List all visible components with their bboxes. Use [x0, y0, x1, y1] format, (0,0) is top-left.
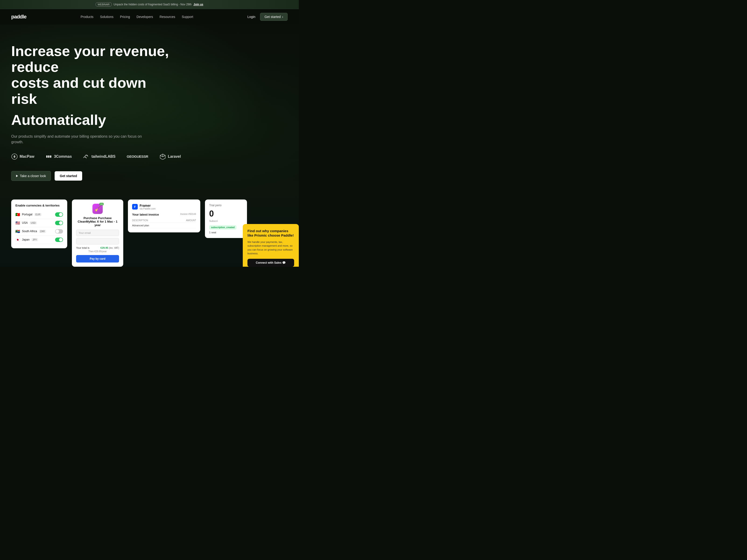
hero-description: Our products simplify and automate your … [11, 134, 142, 145]
cards-section: Enable currencies & territories 🇵🇹 Portu… [0, 190, 299, 267]
svg-line-6 [160, 155, 163, 157]
announcement-bar: WEBINAR Unpack the hidden costs of fragm… [0, 0, 299, 9]
zar-badge: ZAR [39, 230, 46, 233]
flag-portugal: 🇵🇹 [16, 213, 20, 216]
take-closer-look-button[interactable]: Take a closer look [11, 171, 51, 181]
logo-tailwind: tailwindLABS [83, 153, 115, 160]
logo-3commas: 3Commas [46, 153, 72, 160]
nav-support[interactable]: Support [182, 15, 193, 19]
purchase-title: Purchase Purchase CleanMyMac X for 1 Mac… [76, 216, 119, 227]
get-started-nav-button[interactable]: Get started › [260, 13, 288, 21]
announcement-text: Unpack the hidden costs of fragmented Sa… [114, 3, 192, 6]
nav-right: Login Get started › [248, 13, 288, 21]
email-field[interactable]: Your email [76, 230, 119, 236]
framer-logo: F [132, 204, 138, 210]
logo[interactable]: paddle [11, 14, 26, 20]
seat-info: 1 seat [209, 231, 243, 234]
invoice-title-col: Framer via Paddle.com [139, 204, 155, 210]
usd-badge: USD [30, 221, 37, 224]
login-button[interactable]: Login [248, 15, 255, 19]
currency-row-southafrica: 🇿🇦 South Africa ZAR [16, 227, 63, 236]
then-text: Then €29.95/year [76, 250, 119, 253]
flag-japan: 🇯🇵 [16, 238, 20, 241]
event-badge: subscription_created [209, 225, 236, 230]
arrow-right-icon: › [282, 15, 283, 19]
invoice-table: DESCRIPTION AMOUNT Advanced plan [132, 218, 196, 228]
country-japan: Japan [22, 238, 30, 241]
pay-by-card-button[interactable]: Pay by card [76, 255, 119, 263]
product-icon: 🧹 1m [93, 204, 103, 214]
flag-usa: 🇺🇸 [16, 221, 20, 224]
eur-badge: EUR [34, 213, 42, 216]
toggle-usa[interactable] [55, 221, 63, 225]
trial-sub: Subscri [209, 219, 243, 222]
nav-developers[interactable]: Developers [136, 15, 153, 19]
country-southafrica: South Africa [22, 230, 37, 233]
invoice-row: Advanced plan [132, 222, 196, 228]
3commas-icon [46, 153, 52, 160]
trial-card: Trial perio 0 Subscri subscription_creat… [205, 199, 247, 238]
cta-row: Take a closer look Get started [11, 171, 288, 181]
currencies-card: Enable currencies & territories 🇵🇹 Portu… [11, 199, 67, 248]
product-icon-row: 🧹 1m [76, 204, 119, 214]
invoice-amount [172, 222, 196, 228]
toggle-southafrica[interactable] [55, 229, 63, 234]
country-usa: USA [22, 221, 28, 224]
logo-laravel: Laravel [159, 153, 181, 160]
hero-headline: Increase your revenue, reduce costs and … [11, 43, 175, 107]
navbar: paddle Products Solutions Pricing Develo… [0, 9, 299, 25]
total-row: Your total is €29.95 (inc. VAT) [76, 246, 119, 249]
nav-pricing[interactable]: Pricing [120, 15, 130, 19]
card-field[interactable] [76, 238, 119, 244]
trial-title: Trial perio [209, 204, 243, 207]
nav-solutions[interactable]: Solutions [100, 15, 113, 19]
macpaw-icon [11, 153, 18, 160]
currencies-card-title: Enable currencies & territories [16, 204, 63, 207]
logos-row: MacPaw 3Commas tailwindLABS GEOGU [11, 153, 288, 160]
invoice-card: F Framer via Paddle.com Your latest invo… [128, 199, 200, 232]
currency-row-portugal: 🇵🇹 Portugal EUR [16, 211, 63, 219]
join-link[interactable]: Join us [194, 3, 203, 6]
webinar-badge: WEBINAR [96, 2, 111, 6]
hero-section: Increase your revenue, reduce costs and … [0, 25, 299, 190]
toggle-japan[interactable] [55, 238, 63, 242]
total-label: Your total is [76, 246, 89, 249]
svg-rect-1 [46, 155, 48, 158]
jpy-badge: JPY [31, 238, 38, 241]
invoice-desc: Advanced plan [132, 222, 172, 228]
nav-links: Products Solutions Pricing Developers Re… [80, 15, 193, 19]
yellow-popup: Find out why companies like Prismic choo… [243, 224, 299, 267]
currency-row-usa: 🇺🇸 USA USD [16, 219, 63, 227]
popup-title: Find out why companies like Prismic choo… [248, 229, 294, 238]
nav-resources[interactable]: Resources [160, 15, 175, 19]
col-amount: AMOUNT [172, 218, 196, 223]
invoice-header: F Framer via Paddle.com [132, 204, 196, 210]
purchase-card: 🧹 1m Purchase Purchase CleanMyMac X for … [72, 199, 123, 267]
get-started-hero-button[interactable]: Get started [55, 171, 82, 181]
via-paddle: via Paddle.com [139, 208, 155, 210]
logo-geoguessr: GEOGUESSR [127, 155, 148, 158]
col-description: DESCRIPTION [132, 218, 172, 223]
nav-products[interactable]: Products [80, 15, 93, 19]
hero-subheadline: Automatically [11, 111, 288, 128]
tailwind-icon [83, 153, 89, 160]
trial-number: 0 [209, 209, 243, 219]
price-value: €29.95 (inc. VAT) [100, 246, 119, 249]
currency-row-japan: 🇯🇵 Japan JPY [16, 236, 63, 244]
toggle-portugal[interactable] [55, 212, 63, 217]
invoice-section-title: Your latest invoice Invoice #50144 [132, 213, 196, 216]
connect-sales-button[interactable]: Connect with Sales 💬 [248, 259, 294, 267]
laravel-icon [159, 153, 166, 160]
popup-body: We handle your payments, tax, subscripti… [248, 240, 294, 256]
svg-rect-3 [50, 155, 51, 158]
play-icon [16, 175, 18, 177]
logo-macpaw: MacPaw [11, 153, 34, 160]
flag-southafrica: 🇿🇦 [16, 230, 20, 233]
svg-line-7 [163, 155, 165, 157]
brand-name: Framer [139, 204, 155, 208]
svg-rect-2 [48, 155, 50, 158]
country-portugal: Portugal [22, 213, 32, 216]
